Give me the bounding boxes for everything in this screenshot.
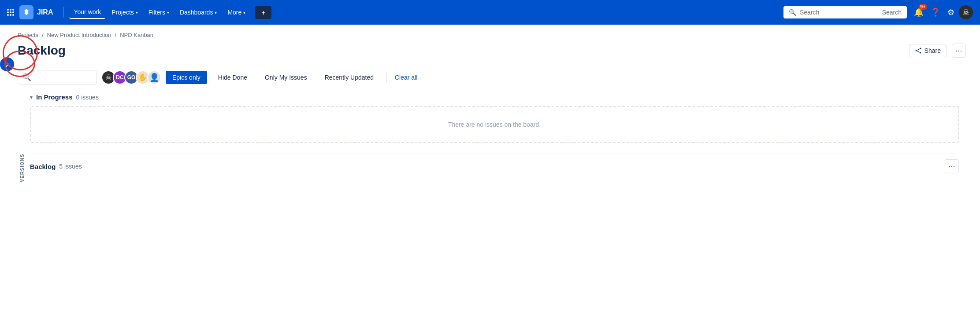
nav-filters[interactable]: Filters ▾ bbox=[144, 6, 174, 18]
share-button[interactable]: Share bbox=[909, 44, 947, 57]
nav-divider bbox=[63, 7, 64, 18]
hide-done-button[interactable]: Hide Done bbox=[212, 71, 254, 84]
brand-name: JIRA bbox=[37, 8, 53, 16]
backlog-count: 5 issues bbox=[59, 163, 82, 170]
avatar-group: ☠ DC GO ✋ 👤 bbox=[101, 70, 161, 84]
notification-count: 9+ bbox=[919, 4, 927, 10]
nav-your-work[interactable]: Your work bbox=[69, 6, 105, 19]
svg-point-0 bbox=[920, 48, 921, 49]
filter-divider bbox=[386, 72, 387, 83]
backlog-more-button[interactable]: ··· bbox=[945, 159, 959, 173]
in-progress-count: 0 issues bbox=[76, 94, 99, 101]
search-input[interactable] bbox=[800, 9, 879, 16]
page-title: Backlog bbox=[18, 44, 66, 58]
settings-button[interactable]: ⚙ bbox=[947, 7, 954, 17]
search-box[interactable]: 🔍 Search bbox=[783, 6, 907, 18]
in-progress-header[interactable]: ▾ In Progress 0 issues bbox=[30, 90, 959, 104]
breadcrumb-sep-2: / bbox=[115, 32, 117, 38]
in-progress-section: ▾ In Progress 0 issues There are no issu… bbox=[30, 90, 959, 143]
epics-only-button[interactable]: Epics only bbox=[166, 71, 207, 84]
sidebar-toggle-button[interactable] bbox=[0, 57, 14, 71]
backlog-header: Backlog 5 issues ··· bbox=[30, 154, 959, 177]
nav-more[interactable]: More ▾ bbox=[223, 6, 250, 18]
chevron-down-icon: ▾ bbox=[215, 10, 217, 15]
board-area: VERSIONS ▾ In Progress 0 issues There ar… bbox=[0, 90, 966, 187]
svg-line-3 bbox=[917, 49, 919, 50]
clear-all-button[interactable]: Clear all bbox=[393, 71, 419, 84]
recently-updated-button[interactable]: Recently Updated bbox=[318, 71, 380, 84]
breadcrumb: Projects / New Product Introduction / NP… bbox=[0, 25, 980, 40]
main-content: Projects / New Product Introduction / NP… bbox=[0, 25, 980, 334]
svg-line-4 bbox=[917, 51, 919, 52]
in-progress-title: In Progress bbox=[36, 93, 73, 101]
empty-board-message: There are no issues on the board. bbox=[30, 106, 959, 143]
breadcrumb-board[interactable]: NPD Kanban bbox=[120, 32, 153, 38]
chevron-down-icon: ▾ bbox=[136, 10, 138, 15]
nav-projects[interactable]: Projects ▾ bbox=[107, 6, 142, 18]
filter-search-box[interactable]: 🔍 bbox=[18, 70, 97, 84]
more-options-button[interactable]: ··· bbox=[952, 44, 966, 58]
section-chevron-icon: ▾ bbox=[30, 94, 33, 100]
header-actions: Share ··· bbox=[909, 44, 966, 58]
breadcrumb-sep-1: / bbox=[42, 32, 44, 38]
share-icon bbox=[915, 47, 922, 54]
breadcrumb-projects[interactable]: Projects bbox=[18, 32, 38, 38]
board-main: ▾ In Progress 0 issues There are no issu… bbox=[30, 90, 966, 187]
user-avatar[interactable]: ☠ bbox=[959, 5, 973, 19]
nav-dashboards[interactable]: Dashboards ▾ bbox=[175, 6, 222, 18]
svg-point-1 bbox=[915, 50, 917, 51]
top-navigation: JIRA Your work Projects ▾ Filters ▾ Dash… bbox=[0, 0, 980, 25]
page-header: Backlog Share ··· bbox=[0, 40, 980, 65]
help-button[interactable]: ❓ bbox=[931, 7, 940, 17]
svg-point-2 bbox=[920, 52, 921, 53]
chevron-down-icon: ▾ bbox=[243, 10, 245, 15]
chevron-down-icon: ▾ bbox=[167, 10, 169, 15]
versions-label[interactable]: VERSIONS bbox=[18, 90, 26, 187]
app-switcher-icon[interactable] bbox=[7, 9, 14, 16]
backlog-left: Backlog 5 issues bbox=[30, 163, 82, 170]
backlog-title: Backlog bbox=[30, 163, 56, 170]
jira-logo[interactable] bbox=[19, 5, 33, 19]
avatar-anon[interactable]: 👤 bbox=[147, 70, 161, 84]
search-icon: 🔍 bbox=[22, 73, 31, 81]
notifications-button[interactable]: 🔔 9+ bbox=[914, 7, 924, 17]
search-label: Search bbox=[882, 9, 902, 16]
only-my-issues-button[interactable]: Only My Issues bbox=[258, 71, 314, 84]
filter-search-input[interactable] bbox=[34, 74, 92, 81]
create-button[interactable]: + bbox=[255, 6, 271, 19]
search-icon: 🔍 bbox=[789, 9, 796, 16]
backlog-section: Backlog 5 issues ··· bbox=[30, 154, 959, 177]
filter-bar: 🔍 ☠ DC GO ✋ 👤 Epics only Hide Done Only … bbox=[0, 65, 980, 90]
breadcrumb-project[interactable]: New Product Introduction bbox=[47, 32, 111, 38]
